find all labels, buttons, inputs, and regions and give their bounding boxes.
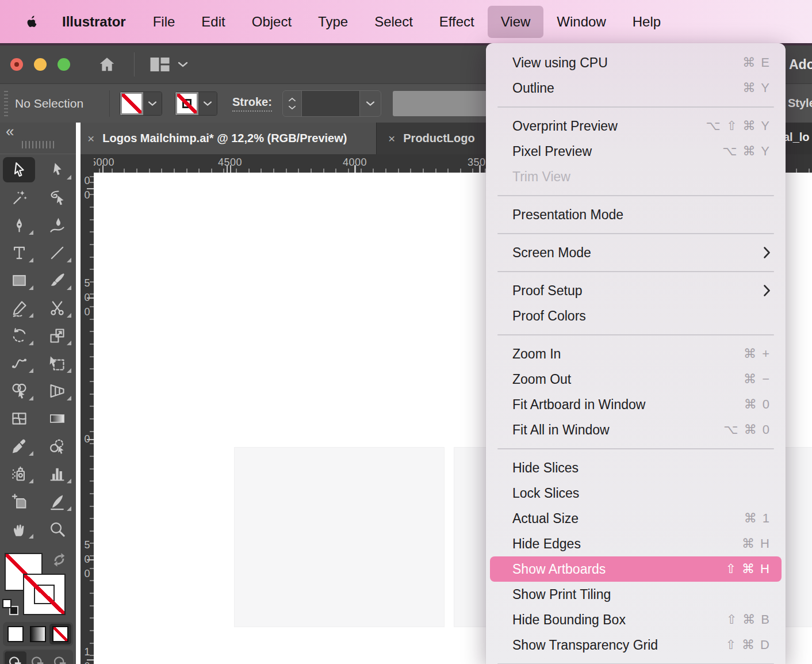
- menu-item-show-print-tiling[interactable]: Show Print Tiling: [490, 582, 782, 607]
- menu-item-proof-setup[interactable]: Proof Setup: [490, 278, 782, 303]
- menu-item-zoom-out[interactable]: Zoom Out⌘ −: [490, 367, 782, 392]
- stroke-color-control[interactable]: [175, 91, 217, 116]
- zoom-icon: [48, 520, 66, 538]
- blend-tool[interactable]: [38, 432, 76, 460]
- artboard-tool[interactable]: [0, 487, 38, 515]
- tab-title: ProductLogo: [403, 132, 474, 145]
- menubar-item-object[interactable]: Object: [239, 6, 305, 38]
- apple-menu-icon[interactable]: [15, 14, 48, 30]
- perspective-grid-tool[interactable]: [38, 377, 76, 404]
- column-graph-tool[interactable]: [38, 460, 76, 487]
- menubar-app-name[interactable]: Illustrator: [48, 14, 140, 30]
- selection-tool[interactable]: [0, 156, 38, 184]
- type-tool[interactable]: [0, 239, 38, 266]
- rotate-tool[interactable]: [0, 322, 38, 349]
- collapse-panel-button[interactable]: «: [6, 123, 13, 140]
- paintbrush-tool[interactable]: [38, 266, 76, 294]
- stroke-weight-dropdown-chevron-icon[interactable]: [360, 91, 381, 116]
- menu-item-show-artboards[interactable]: Show Artboards⇧ ⌘ H: [490, 556, 782, 582]
- menu-item-zoom-in[interactable]: Zoom In⌘ +: [490, 341, 782, 367]
- symbol-sprayer-tool[interactable]: [0, 460, 38, 487]
- eyedropper-tool[interactable]: [0, 432, 38, 460]
- menu-item-outline[interactable]: Outline⌘ Y: [490, 75, 782, 101]
- zoom-tool[interactable]: [38, 515, 76, 543]
- slice-tool[interactable]: [38, 487, 76, 515]
- shape-builder-tool[interactable]: [0, 377, 38, 404]
- brush-definition-dropdown[interactable]: [393, 91, 496, 116]
- gradient-tool[interactable]: [38, 404, 76, 432]
- close-tab-icon[interactable]: ×: [388, 132, 395, 146]
- mesh-tool[interactable]: [0, 404, 38, 432]
- default-fill-stroke-icon[interactable]: [2, 599, 18, 615]
- hand-tool[interactable]: [0, 515, 38, 543]
- menu-item-show-transparency-grid[interactable]: Show Transparency Grid⇧ ⌘ D: [490, 632, 782, 658]
- stroke-none-swatch[interactable]: [175, 92, 198, 115]
- document-tab-inactive[interactable]: ×ProductLogo: [377, 123, 487, 154]
- color-button[interactable]: [5, 624, 26, 644]
- menu-item-view-using-cpu[interactable]: View using CPU⌘ E: [490, 50, 782, 75]
- stroke-weight-label[interactable]: Stroke:: [232, 96, 272, 112]
- menubar-item-select[interactable]: Select: [361, 6, 426, 38]
- menu-item-hide-slices[interactable]: Hide Slices: [490, 455, 782, 480]
- width-icon: [10, 354, 28, 372]
- menu-item-fit-artboard-in-window[interactable]: Fit Artboard in Window⌘ 0: [490, 392, 782, 417]
- scissors-tool[interactable]: [38, 294, 76, 322]
- menubar-item-help[interactable]: Help: [619, 6, 674, 38]
- menubar-item-file[interactable]: File: [140, 6, 189, 38]
- artboard-1[interactable]: [235, 448, 444, 627]
- stroke-dropdown-chevron-icon[interactable]: [198, 92, 217, 115]
- menubar-item-type[interactable]: Type: [305, 6, 361, 38]
- magic-wand-tool[interactable]: [0, 184, 38, 211]
- menubar-item-window[interactable]: Window: [543, 6, 619, 38]
- menu-item-fit-all-in-window[interactable]: Fit All in Window⌥ ⌘ 0: [490, 417, 782, 442]
- none-button[interactable]: [49, 624, 71, 644]
- menu-item-pixel-preview[interactable]: Pixel Preview⌥ ⌘ Y: [490, 139, 782, 164]
- stroke-swatch-none[interactable]: [23, 574, 66, 615]
- menubar-item-view[interactable]: View: [488, 6, 544, 38]
- minimize-window-button[interactable]: [34, 58, 47, 71]
- menu-item-overprint-preview[interactable]: Overprint Preview⌥ ⇧ ⌘ Y: [490, 113, 782, 139]
- document-tab-active[interactable]: ×Logos Mailchimp.ai* @ 12,2% (RGB/Previe…: [76, 123, 377, 154]
- stroke-weight-input[interactable]: [301, 91, 360, 116]
- gradient-button[interactable]: [27, 624, 49, 644]
- stroke-weight-stepper[interactable]: [283, 91, 301, 116]
- free-transform-tool[interactable]: [38, 349, 76, 377]
- line-segment-icon: [48, 244, 66, 262]
- arrange-documents-icon[interactable]: [150, 56, 170, 73]
- panel-grip[interactable]: [4, 91, 8, 116]
- menu-item-lock-slices[interactable]: Lock Slices: [490, 480, 782, 506]
- tools-panel-grip[interactable]: [22, 141, 55, 148]
- pen-tool[interactable]: [0, 211, 38, 239]
- draw-behind-button[interactable]: [27, 651, 49, 664]
- shaper-tool[interactable]: [0, 294, 38, 322]
- menu-item-shortcut: ⌘ +: [744, 346, 771, 361]
- line-segment-tool[interactable]: [38, 239, 76, 266]
- lasso-tool[interactable]: [38, 184, 76, 211]
- zoom-window-button[interactable]: [58, 58, 70, 71]
- rectangle-tool[interactable]: [0, 266, 38, 294]
- menubar-item-edit[interactable]: Edit: [188, 6, 238, 38]
- menu-item-actual-size[interactable]: Actual Size⌘ 1: [490, 506, 782, 531]
- menu-item-proof-colors[interactable]: Proof Colors: [490, 303, 782, 329]
- close-tab-icon[interactable]: ×: [87, 132, 94, 146]
- draw-normal-button[interactable]: [5, 651, 26, 664]
- menu-item-hide-bounding-box[interactable]: Hide Bounding Box⇧ ⌘ B: [490, 607, 782, 632]
- fill-color-control[interactable]: [120, 91, 162, 116]
- close-window-button[interactable]: [10, 58, 23, 71]
- menu-item-label: Proof Setup: [512, 283, 582, 299]
- home-icon[interactable]: [97, 55, 117, 74]
- draw-inside-button[interactable]: [49, 651, 71, 664]
- fill-none-swatch[interactable]: [120, 92, 143, 115]
- curvature-tool[interactable]: [38, 211, 76, 239]
- scale-tool[interactable]: [38, 322, 76, 349]
- chevron-down-icon[interactable]: [177, 60, 189, 68]
- menu-item-hide-edges[interactable]: Hide Edges⌘ H: [490, 531, 782, 556]
- menu-item-screen-mode[interactable]: Screen Mode: [490, 240, 782, 265]
- swap-fill-stroke-icon[interactable]: [51, 552, 68, 570]
- fill-dropdown-chevron-icon[interactable]: [143, 92, 162, 115]
- menubar-item-effect[interactable]: Effect: [426, 6, 488, 38]
- width-tool[interactable]: [0, 349, 38, 377]
- menu-item-presentation-mode[interactable]: Presentation Mode: [490, 202, 782, 227]
- direct-selection-tool[interactable]: [38, 156, 76, 184]
- vertical-ruler[interactable]: 00500050010: [81, 154, 94, 664]
